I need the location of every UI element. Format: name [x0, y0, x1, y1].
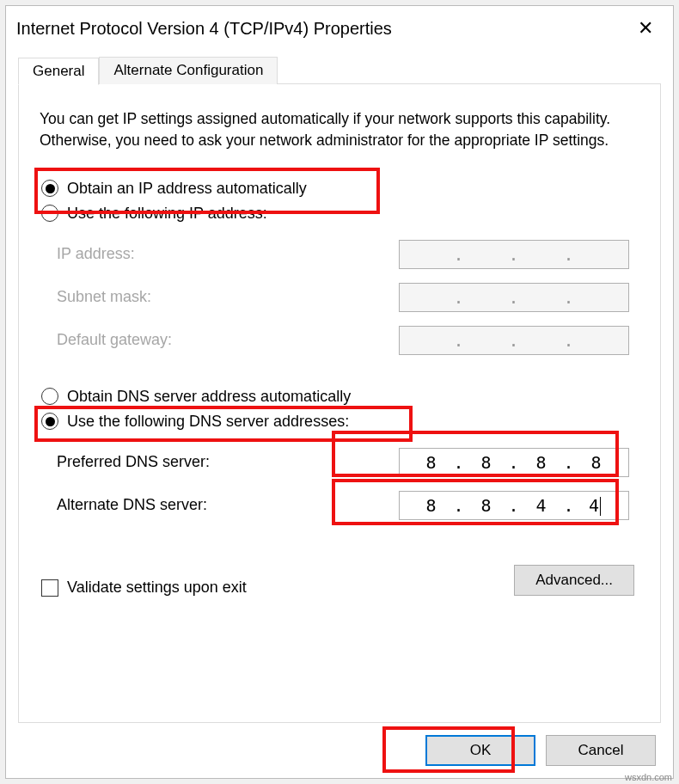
radio-label: Use the following IP address:: [67, 205, 267, 223]
input-alternate-dns[interactable]: 8. 8. 4. 4: [399, 491, 629, 520]
tab-alternate-configuration[interactable]: Alternate Configuration: [99, 57, 278, 84]
label-alternate-dns: Alternate DNS server:: [57, 496, 207, 514]
cancel-button[interactable]: Cancel: [546, 735, 656, 766]
checkbox-icon: [41, 579, 58, 597]
titlebar: Internet Protocol Version 4 (TCP/IPv4) P…: [6, 6, 673, 51]
checkbox-validate-settings[interactable]: Validate settings upon exit: [40, 573, 248, 602]
tab-general[interactable]: General: [18, 58, 99, 85]
radio-label: Obtain an IP address automatically: [67, 180, 307, 198]
input-default-gateway: ...: [399, 326, 629, 355]
input-ip-address: ...: [399, 240, 629, 269]
watermark: wsxdn.com: [625, 772, 672, 782]
label-subnet-mask: Subnet mask:: [57, 288, 151, 306]
radio-icon: [41, 180, 58, 197]
input-subnet-mask: ...: [399, 283, 629, 312]
radio-label: Use the following DNS server addresses:: [67, 413, 349, 431]
row-alternate-dns: Alternate DNS server: 8. 8. 4. 4: [48, 484, 634, 527]
description-text: You can get IP settings assigned automat…: [40, 108, 639, 152]
client-area: General Alternate Configuration You can …: [6, 51, 673, 778]
radio-use-following-ip[interactable]: Use the following IP address:: [40, 201, 639, 226]
label-ip-address: IP address:: [57, 245, 135, 263]
radio-use-following-dns[interactable]: Use the following DNS server addresses:: [40, 409, 639, 434]
label-preferred-dns: Preferred DNS server:: [57, 453, 210, 471]
row-subnet-mask: Subnet mask: ...: [48, 276, 634, 319]
ok-button[interactable]: OK: [425, 735, 535, 766]
radio-icon: [41, 205, 58, 222]
tab-sheet: General Alternate Configuration You can …: [18, 83, 661, 723]
row-preferred-dns: Preferred DNS server: 8. 8. 8. 8: [48, 441, 634, 484]
checkbox-label: Validate settings upon exit: [67, 579, 247, 597]
row-ip-address: IP address: ...: [48, 233, 634, 276]
radio-icon: [41, 388, 58, 405]
radio-obtain-dns-auto[interactable]: Obtain DNS server address automatically: [40, 384, 639, 409]
radio-obtain-ip-auto[interactable]: Obtain an IP address automatically: [40, 176, 639, 201]
advanced-button[interactable]: Advanced...: [514, 565, 634, 596]
input-preferred-dns[interactable]: 8. 8. 8. 8: [399, 448, 629, 477]
label-default-gateway: Default gateway:: [57, 331, 172, 349]
window-title: Internet Protocol Version 4 (TCP/IPv4) P…: [16, 19, 392, 39]
tabstrip: General Alternate Configuration: [18, 57, 278, 84]
radio-icon: [41, 413, 58, 430]
close-icon[interactable]: ✕: [632, 17, 659, 40]
row-default-gateway: Default gateway: ...: [48, 319, 634, 362]
radio-label: Obtain DNS server address automatically: [67, 388, 351, 406]
dialog-window: Internet Protocol Version 4 (TCP/IPv4) P…: [5, 5, 674, 779]
